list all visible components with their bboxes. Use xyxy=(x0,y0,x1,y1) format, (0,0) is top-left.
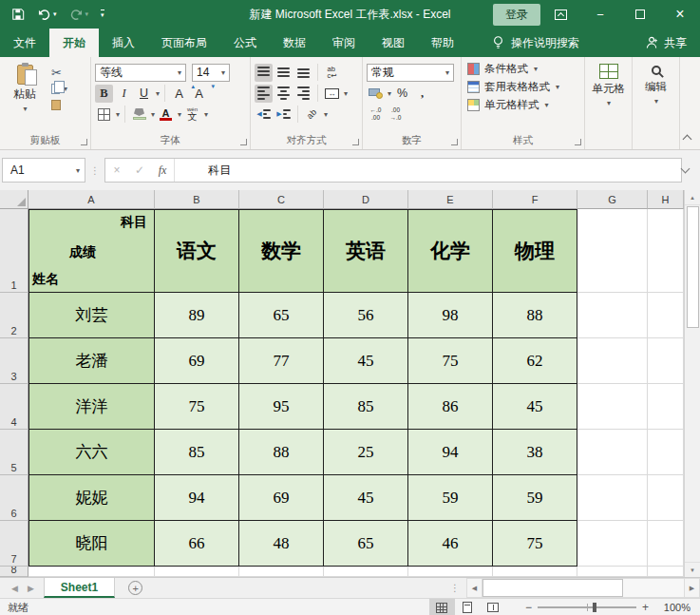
redo-dropdown-icon[interactable]: ▾ xyxy=(85,10,89,18)
row-header-4[interactable]: 4 xyxy=(0,384,28,430)
vertical-scrollbar-thumb[interactable] xyxy=(687,206,699,328)
cell-H3[interactable] xyxy=(648,338,684,384)
tab-file[interactable]: 文件 xyxy=(0,29,49,57)
cell-D4[interactable]: 85 xyxy=(324,384,408,430)
cell-F8[interactable] xyxy=(493,567,577,577)
cell-B3[interactable]: 69 xyxy=(155,338,239,384)
column-header-A[interactable]: A xyxy=(28,190,155,209)
accounting-dropdown-icon[interactable]: ▾ xyxy=(388,89,391,98)
prev-sheet-button[interactable]: ◀ xyxy=(11,584,18,593)
cell-A3[interactable]: 老潘 xyxy=(28,338,155,384)
number-dialog-launcher-icon[interactable] xyxy=(451,139,458,145)
column-header-F[interactable]: F xyxy=(493,190,577,209)
cell-D2[interactable]: 56 xyxy=(324,293,408,338)
cell-F4[interactable]: 45 xyxy=(493,384,577,430)
font-name-select[interactable]: 等线 ▾ xyxy=(95,64,186,82)
merge-dropdown-icon[interactable]: ▾ xyxy=(344,89,348,98)
paste-button[interactable]: 粘贴 ▾ xyxy=(4,62,46,134)
cell-B5[interactable]: 85 xyxy=(155,430,239,475)
borders-dropdown-icon[interactable]: ▾ xyxy=(116,110,120,119)
fill-color-dropdown-icon[interactable]: ▾ xyxy=(151,110,155,119)
cell-C6[interactable]: 69 xyxy=(239,475,324,521)
cell-A1[interactable]: 科目 成绩 姓名 xyxy=(28,209,155,293)
font-size-select[interactable]: 14 ▾ xyxy=(192,64,230,82)
decrease-indent-button[interactable]: ◀ xyxy=(255,106,273,124)
cell-H4[interactable] xyxy=(648,384,684,430)
styles-dialog-launcher-icon[interactable] xyxy=(575,139,581,145)
cell-styles-button[interactable]: 单元格样式 ▾ xyxy=(465,96,580,114)
expand-formula-bar-icon[interactable] xyxy=(681,164,691,174)
zoom-level[interactable]: 100% xyxy=(654,602,700,613)
format-painter-button[interactable] xyxy=(51,98,67,111)
paste-dropdown-icon[interactable]: ▾ xyxy=(23,105,27,113)
cell-E7[interactable]: 46 xyxy=(408,521,493,567)
cell-A2[interactable]: 刘芸 xyxy=(28,293,155,338)
row-header-8[interactable]: 8 xyxy=(0,567,28,577)
cell-G6[interactable] xyxy=(577,475,648,521)
cell-C7[interactable]: 48 xyxy=(239,521,324,567)
cell-C4[interactable]: 95 xyxy=(239,384,324,430)
column-header-B[interactable]: B xyxy=(155,190,239,209)
zoom-slider[interactable] xyxy=(538,606,636,608)
tab-data[interactable]: 数据 xyxy=(270,29,319,57)
accounting-format-button[interactable] xyxy=(367,85,385,103)
cell-H7[interactable] xyxy=(648,521,684,567)
ribbon-display-options-button[interactable] xyxy=(540,0,580,29)
clipboard-dialog-launcher-icon[interactable] xyxy=(81,139,87,145)
page-layout-view-button[interactable] xyxy=(455,599,481,615)
cell-F6[interactable]: 59 xyxy=(493,475,577,521)
cell-H5[interactable] xyxy=(648,430,684,475)
orientation-dropdown-icon[interactable]: ▾ xyxy=(324,110,328,119)
wrap-text-button[interactable]: abc↩ xyxy=(323,64,341,82)
row-header-2[interactable]: 2 xyxy=(0,293,28,338)
align-right-button[interactable] xyxy=(294,85,312,103)
column-header-H[interactable]: H xyxy=(648,190,684,209)
cell-B8[interactable] xyxy=(155,567,239,577)
cell-F1[interactable]: 物理 xyxy=(493,209,577,293)
cell-A4[interactable]: 洋洋 xyxy=(28,384,155,430)
cell-E8[interactable] xyxy=(408,567,493,577)
cell-C8[interactable] xyxy=(239,567,324,577)
cell-A6[interactable]: 妮妮 xyxy=(28,475,155,521)
cell-B1[interactable]: 语文 xyxy=(155,209,239,293)
row-header-3[interactable]: 3 xyxy=(0,338,28,384)
tab-review[interactable]: 审阅 xyxy=(319,29,369,57)
font-color-button[interactable]: A xyxy=(157,106,175,124)
cells-group[interactable]: 单元格 ▾ xyxy=(585,57,633,149)
select-all-button[interactable] xyxy=(0,190,28,209)
italic-button[interactable]: I xyxy=(115,85,133,103)
tab-page-layout[interactable]: 页面布局 xyxy=(148,29,220,57)
horizontal-scrollbar-thumb[interactable] xyxy=(482,579,623,597)
cell-F2[interactable]: 88 xyxy=(493,293,577,338)
cell-E2[interactable]: 98 xyxy=(408,293,493,338)
decrease-decimal-button[interactable]: .00→.0 xyxy=(387,106,405,124)
maximize-button[interactable] xyxy=(620,0,660,29)
cell-E3[interactable]: 75 xyxy=(408,338,493,384)
formula-bar[interactable]: × ✓ fx 科目 xyxy=(104,158,682,183)
cell-A5[interactable]: 六六 xyxy=(28,430,155,475)
column-header-D[interactable]: D xyxy=(324,190,408,209)
phonetic-guide-button[interactable]: wén文 xyxy=(183,106,201,124)
cell-B6[interactable]: 94 xyxy=(155,475,239,521)
cell-G8[interactable] xyxy=(577,567,648,577)
save-button[interactable] xyxy=(11,8,25,21)
cell-H1[interactable] xyxy=(648,209,684,293)
increase-decimal-button[interactable]: ←.0.00 xyxy=(367,106,385,124)
shrink-font-button[interactable]: A▾ xyxy=(190,85,208,103)
tab-home[interactable]: 开始 xyxy=(49,29,99,57)
cell-G2[interactable] xyxy=(577,293,648,338)
align-top-button[interactable] xyxy=(255,64,273,82)
cell-A7[interactable]: 晓阳 xyxy=(28,521,155,567)
zoom-out-button[interactable]: − xyxy=(520,601,538,614)
cell-F7[interactable]: 75 xyxy=(493,521,577,567)
cell-D5[interactable]: 25 xyxy=(324,430,408,475)
normal-view-button[interactable] xyxy=(429,599,455,615)
copy-button[interactable]: ▾ xyxy=(51,82,67,95)
fill-color-button[interactable] xyxy=(130,106,148,124)
percent-style-button[interactable]: % xyxy=(393,85,411,103)
scroll-up-button[interactable]: ▴ xyxy=(685,190,700,205)
font-color-dropdown-icon[interactable]: ▾ xyxy=(178,110,181,119)
phonetic-dropdown-icon[interactable]: ▾ xyxy=(204,110,208,119)
tab-view[interactable]: 视图 xyxy=(369,29,418,57)
cell-C5[interactable]: 88 xyxy=(239,430,324,475)
